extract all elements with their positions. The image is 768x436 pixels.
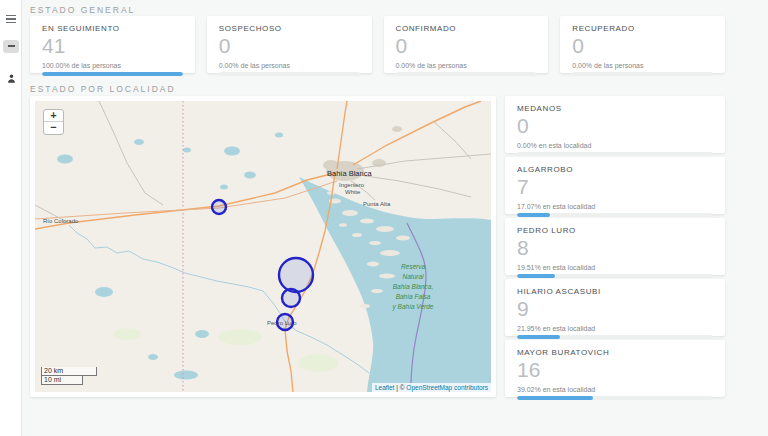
label-rio-colorado: Río Colorado [43, 218, 79, 224]
label-reserve-4: Bahía Falsa [396, 293, 431, 300]
person-icon[interactable] [0, 70, 22, 86]
locality-value: 0 [517, 114, 713, 138]
card-recuperado: RECUPERADO 0 0.00% de las personas [560, 16, 725, 73]
locality-label: PEDRO LURO [517, 226, 713, 235]
progress-track [517, 213, 713, 217]
label-ingeniero: Ingeniero [339, 182, 365, 188]
card-hilario-ascasubi: HILARIO ASCASUBI 9 21.95% en esta locali… [505, 279, 725, 336]
progress-track [572, 72, 713, 76]
leaflet-link[interactable]: Leaflet [375, 384, 395, 391]
map-marker[interactable] [282, 289, 300, 307]
left-rail [0, 0, 22, 436]
progress-track [42, 72, 183, 76]
locality-percent-text: 21.95% en esta localidad [517, 325, 713, 332]
scale-km: 20 km [41, 367, 97, 376]
stat-label: CONFIRMADO [396, 24, 537, 33]
card-algarrobo: ALGARROBO 7 17.07% en esta localidad [505, 157, 725, 214]
leaflet-map[interactable]: Bahía Blanca Ingeniero White Punta Alta … [35, 101, 491, 392]
card-pedro-luro: PEDRO LURO 8 19.51% en esta localidad [505, 218, 725, 275]
progress-track [396, 72, 537, 76]
stat-percent-text: 0.00% de las personas [572, 62, 713, 69]
progress-track [517, 335, 713, 339]
label-reserve-5: y Bahía Verde [392, 303, 434, 311]
dashboard: ESTADO GENERAL ESTADO POR LOCALIDAD EN S… [0, 0, 768, 436]
locality-percent-text: 0.00% en esta localidad [517, 142, 713, 149]
map-scale-control: 20 km 10 mi [41, 367, 97, 385]
map-marker[interactable] [279, 258, 313, 292]
zoom-out-button[interactable]: − [44, 122, 63, 134]
scale-mi: 10 mi [41, 376, 83, 385]
progress-fill [42, 72, 183, 76]
map-marker[interactable] [277, 314, 293, 330]
attribution-separator: | © [394, 384, 406, 391]
collapse-icon[interactable] [0, 38, 22, 54]
progress-fill [517, 213, 550, 217]
stat-label: RECUPERADO [572, 24, 713, 33]
card-sospechoso: SOSPECHOSO 0 0.00% de las personas [207, 16, 372, 73]
locality-percent-text: 39.02% en esta localidad [517, 386, 713, 393]
card-confirmado: CONFIRMADO 0 0.00% de las personas [384, 16, 549, 73]
locality-value: 7 [517, 175, 713, 199]
map-zoom-control: + − [43, 109, 64, 135]
card-en-seguimiento: EN SEGUIMIENTO 41 100.00% de las persona… [30, 16, 195, 73]
section-title-general: ESTADO GENERAL [30, 5, 135, 15]
stat-value: 0 [396, 34, 537, 58]
locality-label: MAYOR BURATOVICH [517, 348, 713, 357]
stat-label: SOSPECHOSO [219, 24, 360, 33]
progress-track [517, 274, 713, 278]
progress-track [517, 396, 713, 400]
locality-label: ALGARROBO [517, 165, 713, 174]
menu-icon[interactable] [0, 12, 22, 26]
map-canvas: Bahía Blanca Ingeniero White Punta Alta … [35, 101, 491, 392]
stat-value: 41 [42, 34, 183, 58]
locality-percent-text: 17.07% en esta localidad [517, 203, 713, 210]
locality-percent-text: 19.51% en esta localidad [517, 264, 713, 271]
card-medanos: MEDANOS 0 0.00% en esta localidad [505, 96, 725, 153]
label-bahia-blanca: Bahía Blanca [327, 169, 372, 178]
map-attribution: Leaflet | © OpenStreetMap contributors [372, 383, 491, 392]
label-reserve-3: Bahía Blanca, [393, 283, 434, 290]
label-punta-alta: Punta Alta [363, 201, 391, 207]
locality-label: MEDANOS [517, 104, 713, 113]
summary-cards-row: EN SEGUIMIENTO 41 100.00% de las persona… [30, 16, 725, 73]
locality-cards-column: MEDANOS 0 0.00% en esta localidad ALGARR… [505, 96, 725, 397]
section-title-locality: ESTADO POR LOCALIDAD [30, 84, 176, 94]
map-card: Bahía Blanca Ingeniero White Punta Alta … [30, 96, 496, 397]
stat-label: EN SEGUIMIENTO [42, 24, 183, 33]
label-reserve-1: Reserva [401, 263, 426, 270]
locality-value: 9 [517, 297, 713, 321]
label-white: White [345, 189, 361, 195]
progress-track [219, 72, 360, 76]
card-mayor-buratovich: MAYOR BURATOVICH 16 39.02% en esta local… [505, 340, 725, 397]
stat-value: 0 [219, 34, 360, 58]
locality-value: 8 [517, 236, 713, 260]
progress-track [517, 152, 713, 156]
stat-percent-text: 0.00% de las personas [219, 62, 360, 69]
progress-fill [517, 396, 593, 400]
locality-value: 16 [517, 358, 713, 382]
map-marker[interactable] [212, 200, 226, 214]
label-reserve-2: Natural [403, 273, 425, 280]
stat-percent-text: 100.00% de las personas [42, 62, 183, 69]
osm-link[interactable]: OpenStreetMap contributors [406, 384, 488, 391]
locality-label: HILARIO ASCASUBI [517, 287, 713, 296]
progress-fill [517, 274, 555, 278]
stat-percent-text: 0.00% de las personas [396, 62, 537, 69]
stat-value: 0 [572, 34, 713, 58]
progress-fill [517, 335, 560, 339]
